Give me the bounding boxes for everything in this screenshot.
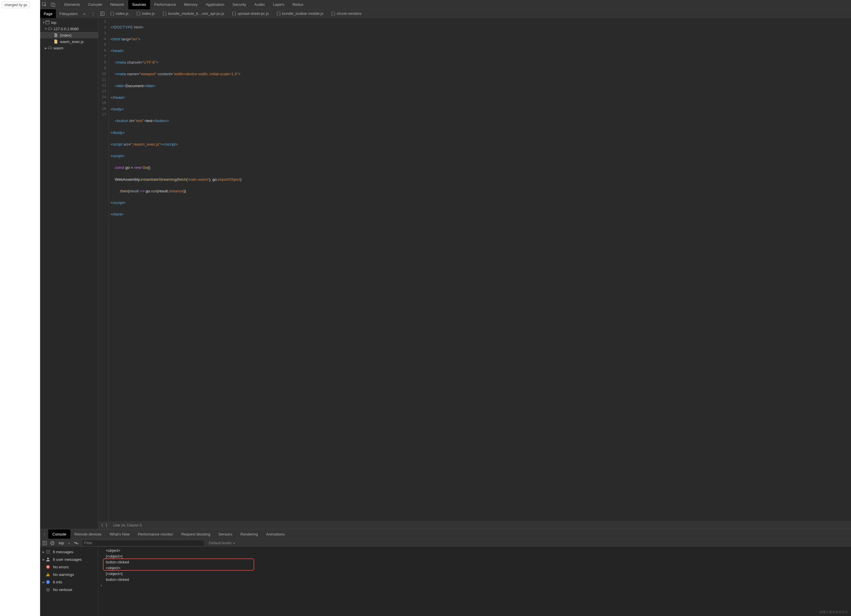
drawer-tab-animations[interactable]: Animations: [262, 529, 289, 539]
prompt-caret-icon: ›: [101, 583, 102, 588]
console-sidebar-item[interactable]: No verbose: [40, 586, 98, 594]
toggle-sidebar-icon[interactable]: [41, 540, 48, 547]
console-sidebar-item[interactable]: No warnings: [40, 571, 98, 578]
main-tab-memory[interactable]: Memory: [180, 0, 202, 9]
console-prompt[interactable]: ›: [98, 582, 851, 588]
drawer-tab-what-s-new[interactable]: What's New: [105, 529, 134, 539]
console-message[interactable]: button clicked: [98, 559, 851, 565]
tree-label: 127.0.0.1:8080: [54, 27, 79, 31]
console-sidebar-item[interactable]: No errors: [40, 563, 98, 571]
user-icon: [46, 557, 52, 561]
svg-rect-18: [48, 575, 48, 576]
svg-line-25: [50, 589, 50, 589]
svg-line-24: [46, 589, 47, 589]
tree-top[interactable]: ▼ top: [40, 19, 98, 25]
console-drawer: ⋮ ConsoleRemote devicesWhat's NewPerform…: [40, 529, 851, 616]
console-sidebar: ▶6 messages▶6 user messagesNo errorsNo w…: [40, 547, 98, 616]
editor-tabs: index.jsindex.jsbundle_module_b…vior_api…: [98, 9, 851, 18]
more-tabs-chevron-icon[interactable]: »: [81, 12, 88, 16]
device-toggle-icon[interactable]: [49, 0, 57, 9]
tab-filesystem[interactable]: Filesystem: [56, 9, 81, 18]
editor-tab[interactable]: bundle_module_b…vior_api-pc.js: [159, 9, 228, 18]
drawer-tab-performance-monitor[interactable]: Performance monitor: [134, 529, 177, 539]
watermark: @稀土掘金技术社区: [819, 610, 848, 614]
main-tab-redux[interactable]: Redux: [288, 0, 307, 9]
editor-tab[interactable]: bundle_toolbar-mobile.js: [273, 9, 328, 18]
main-tab-audits[interactable]: Audits: [250, 0, 269, 9]
debug-icon: [46, 588, 52, 592]
tab-page[interactable]: Page: [40, 9, 56, 18]
drawer-tab-remote-devices[interactable]: Remote devices: [71, 529, 105, 539]
clear-console-icon[interactable]: [49, 540, 56, 547]
filter-placeholder: Filter: [84, 541, 92, 545]
svg-point-11: [76, 542, 77, 544]
toggle-navigator-icon[interactable]: [98, 9, 107, 18]
main-tab-performance[interactable]: Performance: [150, 0, 180, 9]
error-icon: [46, 565, 52, 569]
main-tab-elements[interactable]: Elements: [60, 0, 84, 9]
svg-line-10: [51, 542, 54, 544]
cursor-position: Line 14, Column 5: [113, 523, 141, 528]
tree-wasm-exec[interactable]: wasm_exec.js: [40, 38, 98, 45]
tree-label: wasm_exec.js: [60, 39, 84, 44]
code-editor[interactable]: 1234567891011121314151617 <!DOCTYPE html…: [98, 18, 851, 521]
main-tab-console[interactable]: Console: [84, 0, 106, 9]
svg-point-15: [47, 558, 49, 559]
devtools-panel: ElementsConsoleNetworkSourcesPerformance…: [40, 0, 851, 616]
editor-tab[interactable]: spread-sheet-pc.js: [228, 9, 273, 18]
file-icon: [111, 12, 114, 15]
editor-status-bar: { } Line 14, Column 5: [98, 521, 851, 529]
console-sidebar-item[interactable]: ▶6 user messages: [40, 556, 98, 563]
tree-label: (index): [60, 33, 72, 37]
editor-panel: index.jsindex.jsbundle_module_b…vior_api…: [98, 9, 851, 529]
main-tab-layers[interactable]: Layers: [269, 0, 288, 9]
live-expression-icon[interactable]: [73, 540, 80, 547]
editor-tab[interactable]: index.js: [132, 9, 159, 18]
drawer-tab-sensors[interactable]: Sensors: [214, 529, 236, 539]
svg-line-26: [46, 591, 47, 591]
console-message[interactable]: <object>: [98, 547, 851, 553]
line-gutter: 1234567891011121314151617: [98, 18, 109, 521]
main-tab-security[interactable]: Security: [228, 0, 250, 9]
main-tab-application[interactable]: Application: [202, 0, 229, 9]
svg-rect-21: [48, 581, 48, 582]
code-content: <!DOCTYPE html> <html lang="en"> <head> …: [109, 18, 851, 521]
warn-icon: [46, 573, 52, 577]
editor-tab[interactable]: index.js: [107, 9, 132, 18]
file-icon: [232, 12, 236, 15]
console-message[interactable]: [<object>]: [98, 553, 851, 559]
editor-tab[interactable]: chunk-vendors: [328, 9, 365, 18]
main-tab-sources[interactable]: Sources: [128, 0, 150, 9]
console-message[interactable]: button clicked: [98, 577, 851, 582]
context-dropdown-icon[interactable]: [68, 541, 70, 545]
test-button[interactable]: changed by go: [2, 2, 30, 8]
navigator-more-icon[interactable]: ⋮: [89, 12, 98, 16]
drawer-tab-rendering[interactable]: Rendering: [236, 529, 262, 539]
tree-index[interactable]: (index): [40, 32, 98, 38]
console-sidebar-item[interactable]: ▶6 messages: [40, 548, 98, 556]
pretty-print-icon[interactable]: { }: [101, 523, 108, 528]
svg-rect-2: [53, 4, 55, 7]
drawer-more-icon[interactable]: ⋮: [40, 532, 48, 537]
execution-context-select[interactable]: top: [56, 541, 66, 545]
console-message[interactable]: [<object>]: [98, 571, 851, 577]
console-messages[interactable]: <object>[<object>]button clicked<object>…: [98, 547, 851, 616]
file-icon: [332, 12, 335, 15]
info-icon: [46, 580, 52, 584]
console-sidebar-item[interactable]: ▶6 info: [40, 578, 98, 586]
drawer-tab-request-blocking[interactable]: Request blocking: [177, 529, 214, 539]
tree-wasm-folder[interactable]: ▶ wasm: [40, 45, 98, 51]
tree-host[interactable]: ▼ 127.0.0.1:8080: [40, 25, 98, 32]
svg-rect-17: [48, 574, 48, 575]
log-levels-select[interactable]: Default levels: [206, 541, 237, 545]
inspect-icon[interactable]: [40, 0, 49, 9]
console-message[interactable]: <object>: [98, 565, 851, 571]
svg-line-27: [50, 591, 50, 591]
svg-rect-3: [46, 21, 50, 24]
rendered-page: changed by go: [0, 0, 40, 616]
main-tab-network[interactable]: Network: [106, 0, 128, 9]
drawer-tab-console[interactable]: Console: [48, 529, 71, 539]
console-filter-input[interactable]: Filter: [82, 540, 204, 546]
svg-rect-20: [48, 582, 48, 583]
console-toolbar: top Filter Default levels: [40, 539, 851, 547]
